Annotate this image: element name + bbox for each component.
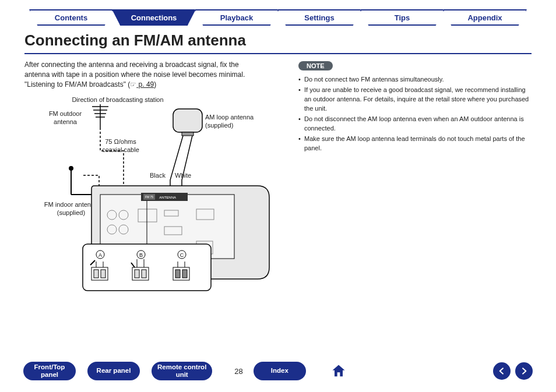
note-item: Do not disconnect the AM loop antenna ev…	[298, 115, 532, 133]
note-list: Do not connect two FM antennas simultane…	[298, 75, 532, 153]
svg-rect-35	[135, 270, 139, 278]
svg-rect-38	[175, 270, 180, 278]
page-content: Connecting an FM/AM antenna After connec…	[0, 26, 556, 314]
tab-connections[interactable]: Connections	[112, 9, 196, 26]
tab-contents[interactable]: Contents	[29, 9, 113, 26]
svg-text:A: A	[98, 252, 102, 258]
svg-rect-33	[101, 270, 105, 278]
arrow-left-icon	[497, 366, 506, 376]
svg-text:ANTENNA: ANTENNA	[159, 196, 176, 199]
nav-index[interactable]: Index	[254, 362, 306, 380]
tab-settings[interactable]: Settings	[277, 9, 361, 26]
nav-remote-control-unit[interactable]: Remote control unit	[152, 362, 212, 380]
tab-tips[interactable]: Tips	[360, 9, 444, 26]
home-icon	[330, 363, 347, 379]
tab-appendix[interactable]: Appendix	[443, 9, 527, 26]
antenna-diagram: Direction of broadcasting station FM out…	[24, 93, 281, 314]
svg-rect-36	[142, 270, 146, 278]
top-nav-tabs: Contents Connections Playback Settings T…	[0, 0, 556, 26]
next-page-button[interactable]	[515, 362, 533, 380]
svg-rect-39	[182, 270, 187, 278]
svg-rect-32	[94, 270, 98, 278]
svg-text:B: B	[139, 252, 143, 258]
bottom-nav: Front/Top panel Rear panel Remote contro…	[0, 362, 556, 380]
page-reference-link[interactable]: p. 49	[136, 80, 154, 89]
arrow-right-icon	[519, 366, 529, 376]
note-item: If you are unable to receive a good broa…	[298, 86, 532, 114]
page-number: 28	[234, 367, 242, 376]
page-title: Connecting an FM/AM antenna	[24, 31, 532, 54]
svg-text:C: C	[180, 252, 184, 258]
home-button[interactable]	[329, 362, 348, 380]
note-badge: NOTE	[298, 61, 333, 70]
diagram-svg: ANTENNA FM 75	[24, 93, 281, 314]
intro-paragraph: After connecting the antenna and receivi…	[24, 60, 281, 89]
tab-playback[interactable]: Playback	[195, 9, 279, 26]
prev-page-button[interactable]	[493, 362, 511, 380]
svg-rect-8	[173, 109, 202, 132]
svg-rect-9	[182, 132, 193, 136]
svg-text:FM 75: FM 75	[145, 195, 153, 199]
nav-front-top-panel[interactable]: Front/Top panel	[23, 362, 76, 380]
note-item: Make sure the AM loop antenna lead termi…	[298, 135, 532, 153]
note-item: Do not connect two FM antennas simultane…	[298, 75, 532, 84]
nav-rear-panel[interactable]: Rear panel	[87, 362, 140, 380]
